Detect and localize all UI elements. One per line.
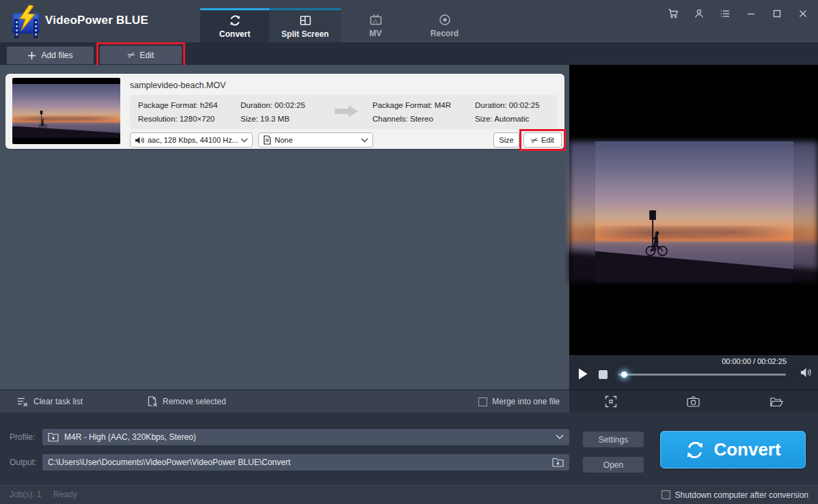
- source-resolution: Resolution: 1280×720: [138, 115, 215, 123]
- cart-icon[interactable]: [664, 3, 683, 24]
- app-title: VideoPower BLUE: [45, 0, 148, 42]
- volume-icon[interactable]: [800, 367, 813, 378]
- convert-refresh-icon: [228, 14, 242, 27]
- settings-button[interactable]: Settings: [583, 432, 644, 447]
- merge-into-one-file-toggle[interactable]: Merge into one file: [478, 391, 560, 412]
- open-folder-button[interactable]: [763, 391, 790, 412]
- audio-track-select[interactable]: aac, 128 Kbps, 44100 Hz...: [130, 132, 253, 148]
- clear-task-list-button[interactable]: Clear task list: [17, 391, 83, 412]
- merge-checkbox[interactable]: [478, 397, 487, 406]
- app-logo-icon: [11, 8, 41, 35]
- app-window: VideoPower BLUE Convert Split Screen: [0, 0, 818, 504]
- subtitle-select[interactable]: None: [258, 132, 373, 148]
- task-list: samplevideo-beach.MOV Package Format: h2…: [0, 65, 569, 389]
- settings-label: Settings: [599, 435, 628, 445]
- task-actions-bar: Clear task list Remove selected Merge in…: [0, 389, 569, 412]
- cyclist-silhouette: [37, 111, 49, 129]
- stop-button[interactable]: [599, 370, 608, 379]
- shutdown-checkbox[interactable]: [662, 490, 670, 499]
- convert-button[interactable]: Convert: [660, 431, 806, 468]
- subtitle-file-icon: [263, 135, 271, 145]
- lightning-bolt-icon: [16, 5, 39, 32]
- tab-split-screen[interactable]: Split Screen: [269, 8, 341, 42]
- profile-label: Profile:: [10, 432, 35, 442]
- source-package-format: Package Format: h264: [138, 101, 217, 109]
- output-path-value: C:\Users\User\Documents\VideoPower\Video…: [48, 458, 547, 467]
- play-button[interactable]: [578, 368, 588, 380]
- convert-refresh-icon: [685, 440, 705, 460]
- size-button[interactable]: Size: [493, 132, 519, 148]
- size-button-label: Size: [499, 136, 513, 144]
- split-screen-icon: [299, 14, 312, 27]
- edit-label: Edit: [140, 51, 154, 60]
- output-label: Output:: [10, 458, 36, 467]
- output-path-field[interactable]: C:\Users\User\Documents\VideoPower\Video…: [42, 454, 569, 471]
- remove-selected-label: Remove selected: [163, 397, 226, 406]
- shutdown-label: Shutdown computer after conversion: [675, 490, 808, 500]
- chevron-down-icon: [241, 138, 248, 143]
- tab-convert[interactable]: Convert: [200, 8, 269, 42]
- snapshot-button[interactable]: [680, 391, 707, 412]
- clear-task-list-label: Clear task list: [33, 397, 83, 406]
- playback-time: 00:00:00 / 00:02:25: [722, 357, 787, 365]
- add-files-button[interactable]: Add files: [7, 46, 94, 64]
- chevron-down-icon: [556, 434, 564, 440]
- fullscreen-button[interactable]: [597, 391, 625, 412]
- output-panel: Profile: M4R - High (AAC, 320Kbps, Stere…: [0, 412, 818, 485]
- file-info-box: Package Format: h264 Resolution: 1280×72…: [130, 95, 558, 129]
- scissors-icon: ✂: [530, 135, 540, 145]
- playback-controls: 00:00:00 / 00:02:25: [569, 355, 818, 389]
- source-duration: Duration: 00:02:25: [241, 101, 305, 109]
- tab-mv-label: MV: [370, 29, 382, 38]
- target-duration: Duration: 00:02:25: [475, 101, 540, 109]
- source-size: Size: 19.3 MB: [241, 115, 290, 123]
- shutdown-after-conversion-toggle[interactable]: Shutdown computer after conversion: [662, 486, 808, 504]
- browse-folder-icon[interactable]: [552, 458, 564, 467]
- video-viewport[interactable]: [569, 65, 818, 355]
- jobs-count: Job(s): 1: [10, 490, 42, 499]
- edit-button[interactable]: ✂ Edit: [100, 46, 182, 64]
- target-package-format: Package Format: M4R: [372, 101, 451, 109]
- maximize-button[interactable]: [767, 3, 787, 24]
- tab-convert-label: Convert: [219, 29, 250, 39]
- remove-file-icon: [147, 396, 158, 407]
- profile-select[interactable]: M4R - High (AAC, 320Kbps, Stereo): [42, 429, 569, 445]
- menu-icon[interactable]: [715, 3, 735, 24]
- remove-selected-button[interactable]: Remove selected: [147, 391, 226, 412]
- video-thumbnail: [12, 78, 120, 144]
- scissors-icon: ✂: [126, 50, 137, 61]
- chevron-down-icon: [361, 138, 368, 143]
- target-channels: Channels: Stereo: [372, 115, 433, 123]
- mv-tv-icon: [369, 13, 383, 27]
- seek-slider-knob[interactable]: [621, 372, 627, 378]
- merge-label: Merge into one file: [492, 397, 560, 406]
- seek-slider[interactable]: [618, 374, 786, 376]
- audio-track-value: aac, 128 Kbps, 44100 Hz...: [148, 136, 241, 144]
- minimize-button[interactable]: [741, 3, 761, 24]
- tab-record[interactable]: Record: [410, 8, 479, 42]
- preview-icon-bar: [569, 389, 818, 412]
- fullscreen-icon: [605, 395, 617, 408]
- target-size: Size: Automatic: [475, 115, 529, 123]
- profile-format-icon: [48, 432, 59, 442]
- user-account-icon[interactable]: [690, 3, 709, 24]
- tab-split-screen-label: Split Screen: [282, 29, 329, 39]
- status-bar: Job(s): 1 Ready Shutdown computer after …: [0, 485, 818, 504]
- plus-icon: [27, 51, 36, 60]
- file-item-card[interactable]: samplevideo-beach.MOV Package Format: h2…: [5, 74, 564, 149]
- record-icon: [438, 13, 452, 27]
- file-name: samplevideo-beach.MOV: [130, 81, 226, 90]
- open-button[interactable]: Open: [583, 457, 644, 473]
- clear-list-icon: [17, 397, 29, 407]
- status-state: Ready: [53, 490, 77, 499]
- cyclist-silhouette: [641, 210, 671, 258]
- window-controls: [664, 1, 813, 26]
- close-button[interactable]: [793, 3, 813, 24]
- subtitle-value: None: [275, 136, 361, 144]
- item-edit-button[interactable]: ✂ Edit: [523, 132, 562, 148]
- video-frame: [569, 141, 818, 282]
- main-tabs: Convert Split Screen MV Record: [200, 8, 479, 42]
- speaker-icon: [135, 136, 145, 145]
- open-label: Open: [603, 460, 623, 470]
- tab-mv[interactable]: MV: [341, 8, 410, 42]
